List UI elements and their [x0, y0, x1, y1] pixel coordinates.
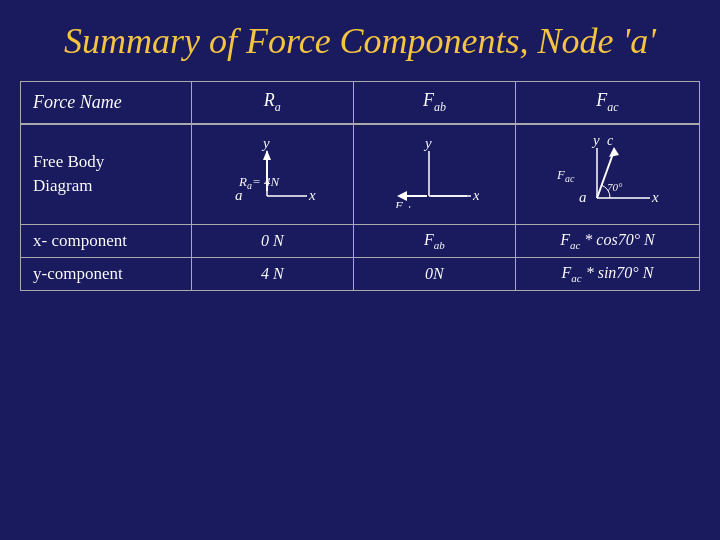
cell-y-fac: Fac * sin70° N: [515, 257, 699, 290]
table-row-fbd: Free BodyDiagram y x a: [21, 124, 700, 225]
diagram-fab-svg: y x F ab: [389, 136, 479, 208]
cell-fbd-label: Free BodyDiagram: [21, 124, 192, 225]
summary-table: Force Name Ra Fab Fac Free BodyDiagram y…: [20, 81, 700, 291]
svg-marker-6: [263, 150, 271, 160]
svg-text:= 4N: = 4N: [252, 174, 281, 189]
svg-text:y: y: [591, 133, 600, 148]
table-row-ycomponent: y-component 4 N 0N Fac * sin70° N: [21, 257, 700, 290]
svg-text:ac: ac: [565, 173, 575, 184]
table-header-row: Force Name Ra Fab Fac: [21, 82, 700, 124]
cell-x-label: x- component: [21, 224, 192, 257]
header-fab: Fab: [353, 82, 515, 124]
svg-text:y: y: [423, 136, 432, 151]
header-ra: Ra: [191, 82, 353, 124]
diagram-ra-svg: y x a R a = 4N: [227, 136, 317, 208]
svg-text:a: a: [579, 189, 587, 205]
header-fac: Fac: [515, 82, 699, 124]
svg-text:x: x: [308, 187, 316, 203]
cell-x-ra: 0 N: [191, 224, 353, 257]
svg-text:y: y: [261, 136, 270, 151]
svg-text:x: x: [472, 187, 479, 203]
header-force-name: Force Name: [21, 82, 192, 124]
svg-text:R: R: [238, 174, 247, 189]
svg-marker-26: [609, 147, 619, 157]
cell-fbd-fac: y c x a F: [515, 124, 699, 225]
table-row-xcomponent: x- component 0 N Fab Fac * cos70° N: [21, 224, 700, 257]
svg-text:c: c: [607, 133, 614, 148]
cell-fbd-ra: y x a R a = 4N: [191, 124, 353, 225]
svg-text:x: x: [651, 189, 659, 205]
cell-x-fab: Fab: [353, 224, 515, 257]
page-title: Summary of Force Components, Node 'a': [64, 20, 656, 63]
cell-y-ra: 4 N: [191, 257, 353, 290]
svg-text:ab: ab: [403, 204, 413, 208]
svg-text:70°: 70°: [607, 181, 623, 193]
svg-text:a: a: [235, 187, 243, 203]
diagram-fac-svg: y c x a F: [555, 133, 660, 211]
cell-y-label: y-component: [21, 257, 192, 290]
cell-x-fac: Fac * cos70° N: [515, 224, 699, 257]
cell-y-fab: 0N: [353, 257, 515, 290]
main-table-wrapper: Force Name Ra Fab Fac Free BodyDiagram y…: [20, 81, 700, 291]
cell-fbd-fab: y x F ab: [353, 124, 515, 225]
